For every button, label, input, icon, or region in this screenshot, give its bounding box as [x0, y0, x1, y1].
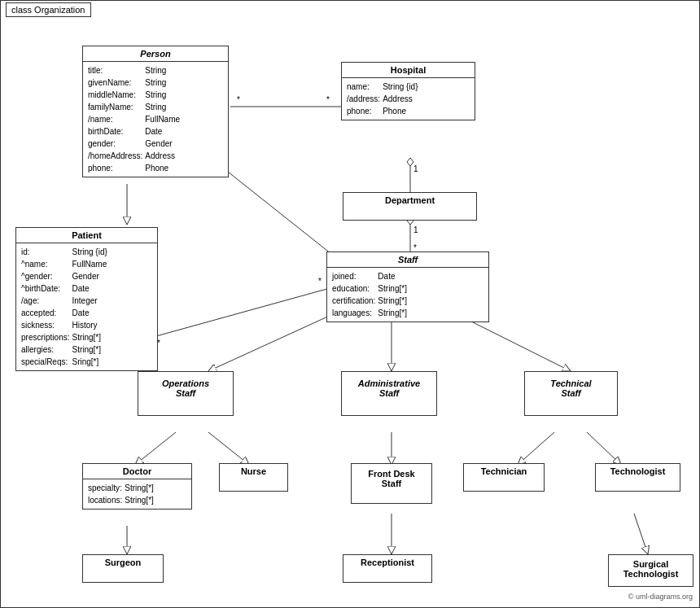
- staff-body: joined:Date education:String[*] certific…: [327, 268, 488, 321]
- svg-text:*: *: [318, 277, 322, 286]
- patient-body: id:String {id} ^name:FullName ^gender:Ge…: [16, 243, 157, 370]
- svg-text:*: *: [326, 95, 330, 104]
- hospital-body: name:String {id} /address:Address phone:…: [342, 78, 475, 120]
- person-body: title:String givenName:String middleName…: [83, 62, 228, 177]
- nurse-header: Nurse: [220, 464, 287, 479]
- copyright: © uml-diagrams.org: [628, 593, 693, 601]
- hospital-header: Hospital: [342, 63, 475, 78]
- doctor-class: Doctor specialty:String[*] locations:Str…: [82, 463, 192, 510]
- svg-line-18: [135, 432, 176, 465]
- surgeon-class: Surgeon: [82, 554, 164, 583]
- receptionist-class: Receptionist: [343, 554, 432, 583]
- diagram-title: class Organization: [6, 2, 91, 17]
- doctor-body: specialty:String[*] locations:String[*]: [83, 479, 191, 509]
- nurse-class: Nurse: [219, 463, 288, 492]
- technologist-class: Technologist: [595, 463, 680, 492]
- staff-header: Staff: [327, 252, 488, 268]
- technician-header: Technician: [464, 464, 544, 479]
- front-desk-staff-header: Front DeskStaff: [352, 464, 431, 493]
- svg-text:1: 1: [413, 225, 418, 234]
- administrative-staff-class: AdministrativeStaff: [341, 371, 437, 416]
- person-header: Person: [83, 46, 228, 62]
- svg-line-22: [587, 432, 621, 465]
- surgeon-header: Surgeon: [83, 555, 163, 570]
- technical-staff-class: TechnicalStaff: [524, 371, 618, 416]
- svg-line-21: [518, 432, 554, 465]
- svg-line-19: [208, 432, 249, 465]
- svg-text:1: 1: [413, 164, 418, 173]
- svg-line-25: [634, 514, 648, 554]
- diagram-container: class Organization * * 1 1 *: [0, 0, 700, 608]
- technologist-header: Technologist: [596, 464, 680, 479]
- multiplicity-patient-staff: *: [157, 339, 160, 348]
- hospital-class: Hospital name:String {id} /address:Addre…: [341, 62, 475, 120]
- front-desk-staff-class: Front DeskStaff: [351, 463, 432, 504]
- patient-class: Patient id:String {id} ^name:FullName ^g…: [15, 227, 158, 371]
- doctor-header: Doctor: [83, 464, 191, 479]
- operations-staff-class: OperationsStaff: [138, 371, 234, 416]
- department-header: Department: [343, 193, 476, 208]
- staff-class: Staff joined:Date education:String[*] ce…: [326, 252, 489, 322]
- technical-staff-header: TechnicalStaff: [525, 372, 617, 405]
- operations-staff-header: OperationsStaff: [138, 372, 233, 405]
- patient-header: Patient: [16, 228, 157, 243]
- department-class: Department: [343, 192, 477, 221]
- svg-line-12: [147, 286, 339, 339]
- surgical-technologist-header: SurgicalTechnologist: [609, 555, 693, 583]
- svg-text:*: *: [237, 95, 240, 104]
- administrative-staff-header: AdministrativeStaff: [342, 372, 436, 405]
- surgical-technologist-class: SurgicalTechnologist: [608, 554, 693, 587]
- technician-class: Technician: [463, 463, 545, 492]
- person-class: Person title:String givenName:String mid…: [82, 46, 229, 177]
- receptionist-header: Receptionist: [343, 555, 431, 570]
